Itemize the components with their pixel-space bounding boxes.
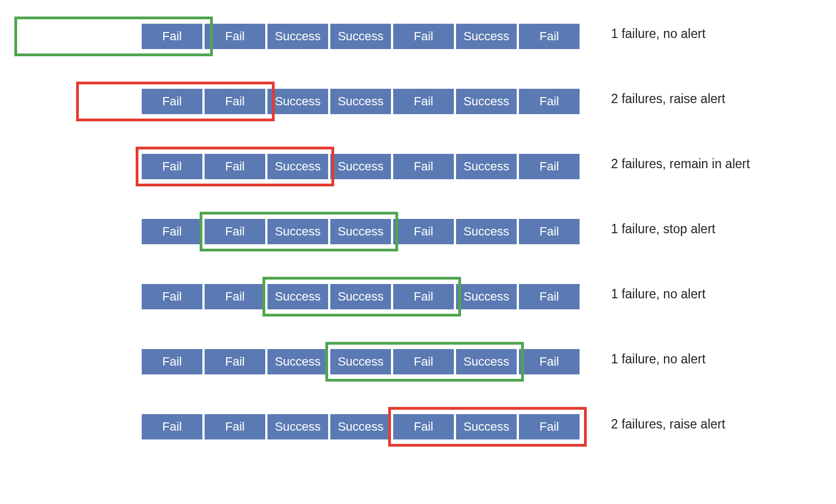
sliding-window-highlight: [325, 342, 524, 382]
status-cell: Success: [267, 414, 329, 440]
status-cell: Fail: [204, 283, 266, 310]
sliding-window-highlight: [388, 407, 587, 447]
status-cell: Fail: [518, 218, 580, 245]
status-cell: Fail: [393, 218, 454, 245]
row-caption: 1 failure, no alert: [611, 287, 705, 302]
status-cell: Fail: [141, 283, 203, 310]
row-caption: 1 failure, no alert: [611, 352, 705, 367]
status-cell: Fail: [204, 348, 266, 375]
status-cell: Success: [455, 88, 517, 115]
sliding-window-highlight: [200, 212, 398, 251]
sliding-window-highlight: [76, 82, 275, 121]
status-cell: Fail: [518, 348, 580, 375]
sliding-window-highlight: [14, 17, 213, 56]
status-cell: Success: [330, 414, 392, 440]
status-cell: Success: [267, 88, 329, 115]
status-cell: Success: [455, 23, 517, 50]
status-cell: Success: [455, 283, 517, 310]
status-cell: Success: [267, 23, 329, 50]
status-cell: Success: [330, 153, 392, 180]
row-caption: 2 failures, remain in alert: [611, 157, 750, 171]
row-caption: 1 failure, no alert: [611, 26, 705, 41]
status-cell: Fail: [141, 348, 203, 375]
status-cell: Success: [455, 153, 517, 180]
status-cell: Fail: [141, 414, 203, 440]
status-cell: Fail: [393, 88, 454, 115]
status-cell: Fail: [393, 153, 454, 180]
status-cell: Fail: [518, 153, 580, 180]
status-cell: Fail: [518, 23, 580, 50]
status-cell: Fail: [518, 88, 580, 115]
sliding-window-highlight: [262, 277, 461, 317]
status-cell: Success: [455, 218, 517, 245]
status-cell: Fail: [204, 23, 266, 50]
row-caption: 1 failure, stop alert: [611, 222, 715, 237]
status-cell: Success: [267, 348, 329, 375]
row-caption: 2 failures, raise alert: [611, 417, 725, 432]
status-cell: Fail: [518, 283, 580, 310]
sliding-window-highlight: [136, 147, 334, 186]
status-cell: Success: [330, 88, 392, 115]
status-cell: Fail: [393, 23, 454, 50]
row-caption: 2 failures, raise alert: [611, 92, 725, 106]
status-cell: Success: [330, 23, 392, 50]
status-cell: Fail: [204, 414, 266, 440]
status-cell: Fail: [141, 218, 203, 245]
